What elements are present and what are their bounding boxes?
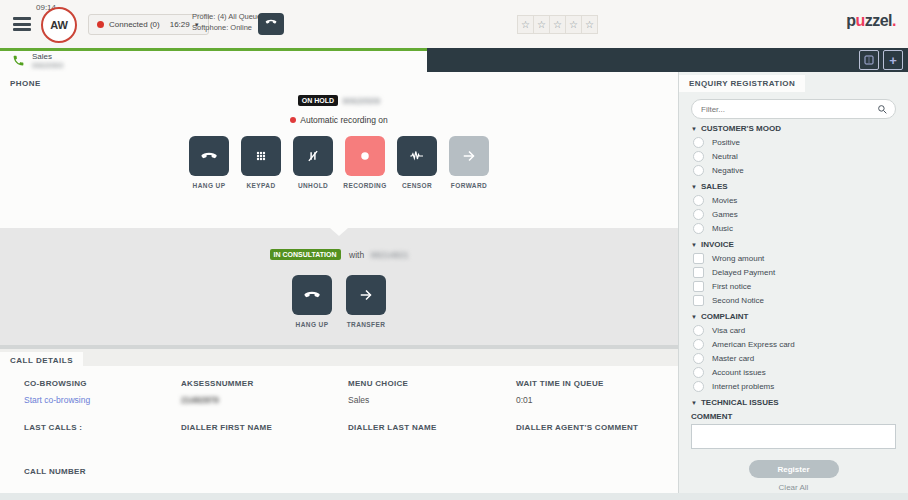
radio-icon[interactable] — [693, 195, 704, 206]
keypad-button[interactable] — [241, 136, 281, 176]
clear-all-link[interactable]: Clear All — [691, 483, 896, 492]
bottom-strip — [0, 493, 908, 500]
category-header[interactable]: ▼TECHNICAL ISSUES — [691, 398, 896, 407]
enquiry-option[interactable]: Account issues — [691, 365, 896, 379]
field-value: 21492979 — [181, 395, 340, 405]
hangup-icon — [302, 285, 322, 305]
register-button[interactable]: Register — [749, 460, 839, 478]
recording-dot-icon — [290, 117, 296, 123]
option-label: Neutral — [712, 152, 738, 161]
enquiry-option[interactable]: Positive — [691, 135, 896, 149]
phone-call-icon — [12, 53, 25, 71]
consult-hang-up-button[interactable] — [292, 275, 332, 315]
enquiry-option[interactable]: Movies — [691, 193, 896, 207]
option-label: Delayed Payment — [712, 268, 775, 277]
filter-input[interactable] — [692, 105, 877, 114]
checkbox-icon[interactable] — [693, 295, 704, 306]
enquiry-option[interactable]: Visa card — [691, 323, 896, 337]
comment-textarea[interactable] — [691, 424, 896, 449]
radio-icon[interactable] — [693, 165, 704, 176]
with-text: with — [349, 250, 364, 260]
softphone-button[interactable] — [258, 13, 284, 35]
radio-icon[interactable] — [693, 137, 704, 148]
forward-button[interactable] — [449, 136, 489, 176]
star-icon[interactable]: ☆ — [565, 15, 582, 34]
recording-button[interactable] — [345, 136, 385, 176]
field-label: WAIT TIME IN QUEUE — [516, 379, 668, 388]
softphone-line: Softphone: Online — [192, 22, 265, 33]
call-details-tab[interactable]: CALL DETAILS — [0, 352, 83, 369]
menu-icon[interactable] — [13, 17, 31, 31]
category-name: CUSTOMER'S MOOD — [701, 124, 781, 133]
checkbox-icon[interactable] — [693, 253, 704, 264]
enquiry-option[interactable]: Delayed Payment — [691, 265, 896, 279]
tab-caller-number: 90620509 — [32, 62, 63, 70]
enquiry-registration-tab[interactable]: ENQUIRY REGISTRATION — [679, 75, 805, 92]
field-value: Sales — [348, 395, 508, 405]
arrow-right-icon — [460, 147, 478, 165]
enquiry-option[interactable]: Games — [691, 207, 896, 221]
call-details-tabrow: CALL DETAILS — [0, 349, 678, 366]
call-detail-field: WAIT TIME IN QUEUE0:01 — [516, 379, 676, 423]
hang-up-label: HANG UP — [193, 182, 226, 189]
field-label: LAST CALLS : — [24, 423, 173, 432]
option-label: Visa card — [712, 326, 745, 335]
unhold-button[interactable] — [293, 136, 333, 176]
enquiry-option[interactable]: Negative — [691, 163, 896, 177]
star-icon[interactable]: ☆ — [581, 15, 598, 34]
field-label: DIALLER LAST NAME — [348, 423, 508, 432]
field-label: CALL NUMBER — [24, 467, 173, 476]
transfer-button[interactable] — [346, 275, 386, 315]
radio-icon[interactable] — [693, 381, 704, 392]
agent-status-dropdown[interactable]: Connected (0) 16:29 ▼ — [88, 14, 209, 35]
arrow-right-icon — [357, 286, 375, 304]
enquiry-option[interactable]: American Express card — [691, 337, 896, 351]
option-label: Games — [712, 210, 738, 219]
category-header[interactable]: ▼COMPLAINT — [691, 312, 896, 321]
hold-status-row: ON HOLD 90620509 — [0, 91, 678, 109]
radio-icon[interactable] — [693, 209, 704, 220]
enquiry-option[interactable]: First notice — [691, 279, 896, 293]
category-header[interactable]: ▼SALES — [691, 182, 896, 191]
start-co-browsing-link[interactable]: Start co-browsing — [24, 395, 173, 405]
phone-section-label: PHONE — [10, 79, 41, 88]
new-tab-button[interactable]: + — [883, 50, 903, 70]
star-icon[interactable]: ☆ — [549, 15, 566, 34]
checkbox-icon[interactable] — [693, 281, 704, 292]
checkbox-icon[interactable] — [693, 267, 704, 278]
censor-button[interactable] — [397, 136, 437, 176]
enquiry-option[interactable]: Internet problems — [691, 379, 896, 393]
option-label: Account issues — [712, 368, 766, 377]
option-label: Negative — [712, 166, 744, 175]
enquiry-option[interactable]: Neutral — [691, 149, 896, 163]
rating-stars: ☆☆☆☆☆ — [518, 15, 598, 34]
enquiry-option[interactable]: Master card — [691, 351, 896, 365]
enquiry-option[interactable]: Wrong amount — [691, 251, 896, 265]
category-header[interactable]: ▼CUSTOMER'S MOOD — [691, 124, 896, 133]
enquiry-option[interactable]: Music — [691, 221, 896, 235]
enquiry-option[interactable]: Second Notice — [691, 293, 896, 307]
consultation-section: IN CONSULTATION with 98214821 HANG UP TR… — [0, 228, 678, 345]
radio-icon[interactable] — [693, 151, 704, 162]
avatar[interactable]: AW — [41, 7, 77, 43]
call-detail-field: CO-BROWSINGStart co-browsing — [24, 379, 181, 423]
radio-icon[interactable] — [693, 367, 704, 378]
radio-icon[interactable] — [693, 223, 704, 234]
status-label: Connected (0) — [109, 20, 160, 29]
radio-icon[interactable] — [693, 325, 704, 336]
hang-up-button[interactable] — [189, 136, 229, 176]
category-header[interactable]: ▼INVOICE — [691, 240, 896, 249]
star-icon[interactable]: ☆ — [533, 15, 550, 34]
keypad-icon — [252, 147, 270, 165]
enquiry-groups: ▼CUSTOMER'S MOODPositiveNeutralNegative▼… — [691, 124, 896, 407]
radio-icon[interactable] — [693, 353, 704, 364]
status-timer: 16:29 — [170, 20, 190, 29]
tab-layout-button[interactable] — [859, 50, 879, 70]
tab-sales[interactable]: Sales 90620509 — [0, 48, 427, 72]
record-icon — [356, 147, 374, 165]
keypad-label: KEYPAD — [246, 182, 275, 189]
option-label: Positive — [712, 138, 740, 147]
on-hold-badge: ON HOLD — [298, 95, 338, 106]
radio-icon[interactable] — [693, 339, 704, 350]
star-icon[interactable]: ☆ — [517, 15, 534, 34]
